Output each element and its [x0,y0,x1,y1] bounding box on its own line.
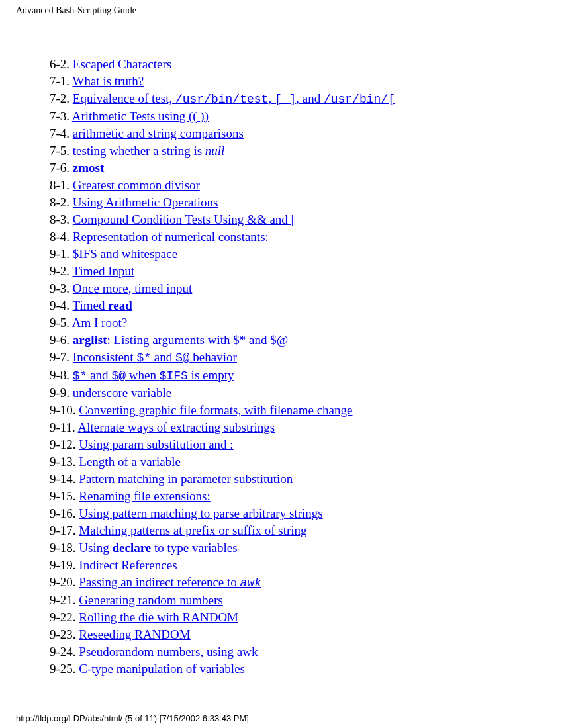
toc-link[interactable]: Timed Input [72,264,134,278]
toc-link[interactable]: $IFS and whitespace [73,247,177,261]
toc-entry: 7-1. What is truth? [50,73,562,90]
toc-number: 9-16. [50,506,79,520]
toc-link-segment: Rolling the die with RANDOM [79,610,238,624]
toc-link-segment: null [205,144,225,158]
toc-number: 9-17. [50,523,79,537]
toc-entry: 8-2. Using Arithmetic Operations [50,194,562,211]
toc-entry: 9-19. Indirect References [50,557,562,574]
toc-link-segment: /usr/bin/test [175,93,268,106]
toc-link[interactable]: Length of a variable [79,455,181,469]
toc-link[interactable]: Using Arithmetic Operations [73,195,218,209]
toc-entry: 9-1. $IFS and whitespace [50,246,562,263]
toc-link[interactable]: Timed read [72,298,132,312]
toc-link-segment: behavior [190,350,237,364]
toc-link[interactable]: Escaped Characters [73,57,171,71]
toc-link[interactable]: Generating random numbers [79,593,222,607]
toc-link[interactable]: testing whether a string is null [73,144,225,158]
toc-link[interactable]: arglist: Listing arguments with $* and $… [73,333,288,347]
toc-link-segment: declare [112,541,151,555]
toc-entry: 7-3. Arithmetic Tests using (( )) [50,108,562,125]
toc-number: 9-21. [50,593,79,607]
toc-number: 9-12. [50,437,79,451]
toc-entry: 9-7. Inconsistent $* and $@ behavior [50,349,562,367]
toc-number: 9-19. [50,558,79,572]
toc-entry: 6-2. Escaped Characters [50,56,562,73]
toc-entry: 8-3. Compound Condition Tests Using && a… [50,211,562,228]
toc-link[interactable]: Alternate ways of extracting substrings [78,420,275,434]
toc-link-segment: $* [73,369,87,383]
toc-link[interactable]: C-type manipulation of variables [79,662,245,676]
toc-link[interactable]: Using declare to type variables [79,541,237,555]
toc-link-segment: Indirect References [79,558,177,572]
toc-link[interactable]: Once more, timed input [73,281,192,295]
toc-link-segment: and [151,350,175,364]
toc-link[interactable]: Representation of numerical constants: [73,230,269,244]
toc-link[interactable]: What is truth? [72,74,144,88]
toc-link[interactable]: Indirect References [79,558,177,572]
toc-entry: 9-6. arglist: Listing arguments with $* … [50,332,562,349]
toc-link-segment: What is truth? [72,74,144,88]
toc-number: 9-10. [50,403,79,417]
toc-link[interactable]: Using pattern matching to parse arbitrar… [79,506,322,520]
toc-link-segment: Renaming file extensions: [79,489,210,503]
toc-number: 8-3. [50,212,73,226]
toc-link[interactable]: arithmetic and string comparisons [73,126,244,140]
toc-number: 9-25. [50,662,79,676]
toc-number: 9-2. [50,264,72,278]
toc-link[interactable]: Equivalence of test, /usr/bin/test, [ ],… [73,91,395,105]
toc-list: 6-2. Escaped Characters7-1. What is trut… [0,16,562,678]
toc-number: 9-13. [50,455,79,469]
toc-link[interactable]: Greatest common divisor [73,178,200,192]
toc-link[interactable]: Converting graphic file formats, with fi… [79,403,352,417]
toc-entry: 9-5. Am I root? [50,314,562,332]
toc-entry: 9-25. C-type manipulation of variables [50,660,562,678]
toc-link[interactable]: Reseeding RANDOM [79,627,190,641]
toc-link[interactable]: Am I root? [72,316,127,330]
toc-link[interactable]: Passing an indirect reference to awk [79,575,261,589]
toc-link-segment: arglist [73,333,107,347]
toc-link-segment: , [268,91,275,105]
toc-link[interactable]: zmost [73,161,104,175]
toc-link[interactable]: underscore variable [73,386,171,400]
toc-link-segment: Length of a variable [79,455,181,469]
toc-entry: 9-22. Rolling the die with RANDOM [50,609,562,626]
toc-number: 9-1. [50,247,73,261]
toc-link-segment: : Listing arguments with $* and $@ [107,333,289,347]
toc-number: 7-4. [50,126,73,140]
toc-number: 9-22. [50,610,79,624]
toc-entry: 9-21. Generating random numbers [50,592,562,609]
toc-number: 9-6. [50,333,73,347]
toc-link-segment: Inconsistent [73,350,137,364]
toc-link[interactable]: Inconsistent $* and $@ behavior [73,350,237,364]
toc-link-segment: Using pattern matching to parse arbitrar… [79,506,322,520]
toc-entry: 9-23. Reseeding RANDOM [50,626,562,643]
toc-number: 9-8. [50,368,73,382]
toc-link[interactable]: Using param substitution and : [79,437,233,451]
toc-number: 9-23. [50,627,79,641]
toc-link-segment: Timed [72,298,108,312]
toc-link-segment: $@ [175,351,190,365]
toc-link-segment: when [126,368,160,382]
toc-link-segment: testing whether a string is [73,144,205,158]
toc-entry: 9-18. Using declare to type variables [50,539,562,557]
toc-number: 9-18. [50,541,79,555]
toc-link[interactable]: $* and $@ when $IFS is empty [73,368,234,382]
toc-link[interactable]: Pattern matching in parameter substituti… [79,472,293,486]
toc-link[interactable]: Arithmetic Tests using (( )) [72,109,209,123]
toc-link[interactable]: Compound Condition Tests Using && and || [73,212,296,226]
toc-entry: 9-10. Converting graphic file formats, w… [50,402,562,419]
toc-link-segment: Escaped Characters [73,57,171,71]
toc-link-segment: Representation of numerical constants: [73,230,269,244]
toc-entry: 9-3. Once more, timed input [50,280,562,297]
toc-link[interactable]: Rolling the die with RANDOM [79,610,238,624]
toc-entry: 9-2. Timed Input [50,263,562,280]
toc-entry: 9-9. underscore variable [50,385,562,402]
toc-entry: 7-5. testing whether a string is null [50,142,562,159]
toc-link[interactable]: Pseudorandom numbers, using awk [79,645,258,659]
toc-link-segment: Generating random numbers [79,593,222,607]
toc-link[interactable]: Matching patterns at prefix or suffix of… [79,523,306,537]
toc-link[interactable]: Renaming file extensions: [79,489,210,503]
toc-link-segment: Using [79,541,112,555]
toc-number: 9-24. [50,645,79,659]
toc-link-segment: arithmetic and string comparisons [73,126,244,140]
